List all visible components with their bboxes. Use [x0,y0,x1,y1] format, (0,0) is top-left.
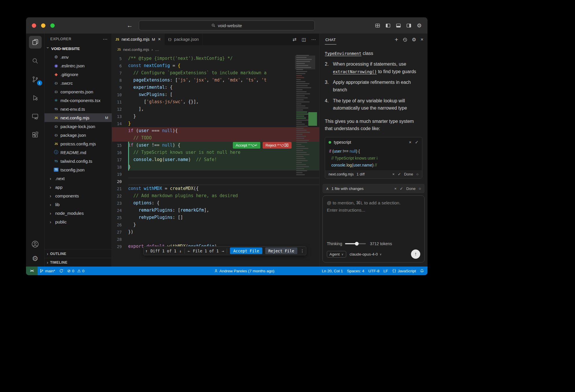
minimap[interactable] [295,55,315,240]
code-line[interactable]: // TODO [112,134,319,142]
code-line[interactable]: 7 // Configure `pageExtensions` to inclu… [112,69,319,77]
code-line[interactable]: if (user !== null) { [329,148,422,155]
code-line[interactable]: 15if (user !== null) {Accept ^⌥↵Reject ^… [112,142,319,149]
toggle-panel-icon[interactable] [396,23,401,28]
remote-explorer-activity-icon[interactable] [29,110,42,123]
folder-row[interactable]: ›lib [45,200,112,209]
folder-row[interactable]: ›node_modules [45,209,112,217]
collapse-chevron-icon[interactable]: ∧ [326,186,329,191]
folder-row[interactable]: ›components [45,191,112,200]
code-line[interactable]: 27}) [112,228,319,236]
send-button[interactable]: ↑ [411,249,420,259]
chat-diff-file-row[interactable]: next.config.mjs 1 diff × ✓ Done ○ [325,170,422,178]
root-folder-row[interactable]: › VOID-WEBSITE [45,45,112,53]
code-line[interactable]: 13 } [112,113,319,120]
reject-change-button[interactable]: Reject ^⌥⌫ [263,142,292,149]
problems-item[interactable]: ⊘ 0 ⚠ 0 [65,267,86,275]
chat-tab[interactable]: CHAT [325,35,336,45]
file-row[interactable]: TSnext-env.d.ts [45,105,112,113]
close-chat-icon[interactable]: × [421,37,423,42]
chat-settings-icon[interactable]: ⚙ [412,37,416,42]
file-row[interactable]: ◉.eslintrc.json [45,61,112,70]
code-line[interactable]: 14} [112,120,319,127]
done-label[interactable]: Done [406,186,416,191]
tab-package-json[interactable]: {} package.json [165,34,203,45]
code-line[interactable]: 9 experimental: { [112,84,319,91]
code-line[interactable]: 17 console.log(user.name) // Safe! [112,156,319,163]
reject-all-icon[interactable]: × [394,186,397,191]
encoding-item[interactable]: UTF-8 [366,267,382,275]
code-line[interactable]: 22 // Add markdown plugins here, as desi… [112,192,319,199]
remote-indicator[interactable]: >< [26,267,38,275]
language-mode-item[interactable]: {} JavaScript [390,267,418,275]
breadcrumb-more[interactable]: … [155,47,159,52]
tab-next-config[interactable]: JS next.config.mjs M × [112,34,165,45]
cursor-position-item[interactable]: Ln 20, Col 1 [320,267,345,275]
manage-gear-icon[interactable]: ⚙ [29,252,42,265]
new-chat-icon[interactable]: + [395,36,398,43]
code-line[interactable]: 25 rehypePlugins: [] [112,214,319,221]
folder-row[interactable]: ›app [45,183,112,191]
accept-change-button[interactable]: Accept ^⌥↵ [233,142,260,149]
code-line[interactable]: 11 ['glass-js/swc', {}], [112,98,319,106]
minimap-slider[interactable] [295,56,315,69]
source-control-activity-icon[interactable]: 1 [29,73,42,86]
thinking-slider[interactable] [345,243,366,244]
close-tab-icon[interactable]: × [158,37,161,42]
code-line[interactable]: 26 } [112,221,319,228]
next-file-icon[interactable]: → [222,249,224,253]
code-line[interactable]: 19 [112,171,319,178]
code-line[interactable]: 24 remarkPlugins: [remarkGfm], [112,207,319,214]
agent-mode-dropdown[interactable]: Agent ∨ [327,251,346,258]
zoom-window-button[interactable] [50,23,55,28]
code-line[interactable]: 18} [112,163,319,171]
chat-input[interactable]: @ to mention, ⌘L to add a selection. Ent… [327,199,420,214]
reject-diff-icon[interactable]: × [392,171,395,177]
reject-file-button[interactable]: Reject File [265,247,297,254]
file-row[interactable]: ⚙.env [45,53,112,61]
model-dropdown[interactable]: claude-opus-4-0 ∨ [350,252,382,256]
done-label[interactable]: Done [404,171,413,177]
code-line[interactable]: 8 pageExtensions: ['js', 'jsx', 'md', 'm… [112,77,319,84]
code-line[interactable]: 5/** @type {import('next').NextConfig} *… [112,55,319,62]
split-editor-icon[interactable]: ◫ [302,37,306,42]
code-line[interactable]: // TypeScript knows user i [329,155,422,162]
code-line[interactable]: 21const withMDX = createMDX({ [112,185,319,192]
accept-snippet-icon[interactable]: ✓ [415,139,419,146]
files-with-changes-row[interactable]: ∧ 1 file with changes × ✓ Done ○ [322,184,425,193]
explorer-activity-icon[interactable] [29,36,42,49]
minimize-window-button[interactable] [41,23,45,28]
open-changes-icon[interactable]: ⇄ [292,37,296,42]
reject-snippet-icon[interactable]: × [409,139,412,146]
indentation-item[interactable]: Spaces: 4 [345,267,366,275]
close-window-button[interactable] [32,23,36,28]
run-debug-activity-icon[interactable] [29,91,42,104]
file-row[interactable]: TStailwind.config.ts [45,157,112,165]
breadcrumb-file[interactable]: next.config.mjs [123,47,149,52]
code-editor[interactable]: 5/** @type {import('next').NextConfig} *… [112,54,319,267]
sync-item[interactable] [57,267,65,275]
file-row[interactable]: {}components.json [45,87,112,96]
prev-file-icon[interactable]: ← [188,249,190,253]
slider-knob[interactable] [355,242,359,246]
toggle-sidebar-icon[interactable] [386,23,390,28]
folder-row[interactable]: ›public [45,217,112,226]
code-line[interactable]: if (user === null){ [112,127,319,134]
code-line[interactable]: 28 [112,236,319,243]
code-line[interactable]: 23 options: { [112,199,319,207]
outline-section-header[interactable]: › OUTLINE [45,249,112,258]
settings-gear-icon[interactable]: ⚙ [417,23,422,28]
editor-more-actions-icon[interactable]: ⋯ [311,37,316,42]
file-row[interactable]: {}.swcrc [45,79,112,87]
file-row[interactable]: JSpostcss.config.mjs [45,139,112,148]
code-line[interactable]: 12 ], [112,106,319,113]
eol-item[interactable]: LF [382,267,390,275]
file-row[interactable]: ⓘREADME.md [45,148,112,157]
accept-file-button[interactable]: Accept File [230,247,262,254]
command-center-search[interactable]: void-website [139,21,315,30]
code-line[interactable]: 10 swcPlugins: [ [112,91,319,98]
back-button[interactable]: ← [127,22,133,29]
code-line[interactable]: console.log(user.name) // [329,162,422,169]
folder-row[interactable]: ›.next [45,174,112,183]
toggle-secondary-sidebar-icon[interactable] [406,23,411,28]
